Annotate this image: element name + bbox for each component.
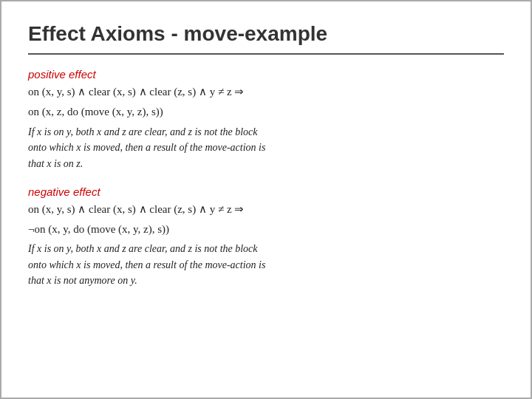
negative-description: If x is on y, both x and z are clear, an…	[28, 241, 504, 289]
positive-label: positive effect	[28, 68, 504, 81]
positive-description: If x is on y, both x and z are clear, an…	[28, 124, 504, 172]
slide-title: Effect Axioms - move-example	[28, 22, 504, 46]
positive-formula-1: on (x, y, s) ∧ clear (x, s) ∧ clear (z, …	[28, 83, 504, 100]
negative-section: negative effect on (x, y, s) ∧ clear (x,…	[28, 185, 504, 290]
negative-formula-2: ¬on (x, y, do (move (x, y, z), s))	[28, 221, 504, 238]
positive-section: positive effect on (x, y, s) ∧ clear (x,…	[28, 68, 504, 172]
title-divider	[28, 53, 504, 55]
negative-label: negative effect	[28, 185, 504, 198]
negative-formula-1: on (x, y, s) ∧ clear (x, s) ∧ clear (z, …	[28, 201, 504, 218]
positive-formula-2: on (x, z, do (move (x, y, z), s))	[28, 103, 504, 120]
slide: Effect Axioms - move-example positive ef…	[0, 0, 532, 399]
